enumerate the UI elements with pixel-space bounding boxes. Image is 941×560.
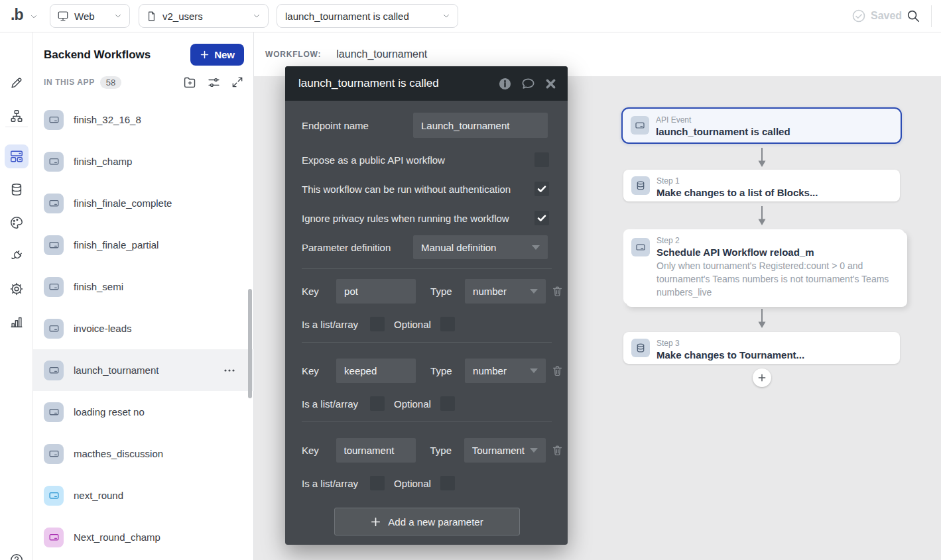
param-key-label: Key [302, 365, 321, 376]
info-icon[interactable] [498, 77, 512, 91]
workflow-list-item[interactable]: finish_32_16_8 [33, 99, 254, 140]
expose-api-checkbox[interactable] [534, 152, 549, 167]
node-kind: API Event [656, 115, 790, 125]
is-list-checkbox[interactable] [370, 396, 385, 411]
save-status: Saved [851, 9, 902, 23]
workflow-name: next_round [74, 490, 123, 501]
workflow-count-badge: 58 [100, 76, 121, 89]
is-list-label: Is a list/array [302, 398, 363, 410]
expand-icon[interactable] [231, 76, 244, 89]
param-type-select[interactable]: number [465, 359, 546, 383]
workflow-list-item[interactable]: Next_round_champ [33, 516, 254, 558]
chevron-down-icon[interactable] [29, 12, 38, 21]
is-list-checkbox[interactable] [370, 317, 385, 331]
api-workflow-icon [44, 319, 64, 339]
param-key-field[interactable] [336, 438, 416, 463]
rail-item-styles palette-icon[interactable] [5, 211, 29, 235]
flow-node-step-3[interactable]: Step 3 Make changes to Tournament... [623, 332, 900, 364]
page-dropdown[interactable]: v2_users [139, 4, 269, 28]
param-type-label: Type [430, 286, 453, 297]
rail-item-logs bar-chart-icon[interactable] [5, 310, 29, 334]
optional-checkbox[interactable] [440, 317, 455, 331]
dropdown-arrow-icon [532, 245, 540, 250]
new-button-label: New [214, 49, 235, 60]
dropdown-arrow-icon [530, 448, 538, 453]
api-workflow-icon [44, 110, 64, 130]
api-workflow-icon [44, 361, 64, 380]
workflow-dropdown[interactable]: launch_tournament is called [277, 4, 458, 28]
monitor-icon [57, 10, 69, 22]
api-workflow-icon [44, 194, 64, 213]
rail-item-data database-icon[interactable] [5, 178, 29, 201]
param-type-select[interactable]: number [465, 279, 546, 304]
api-workflow-icon [44, 277, 64, 297]
delete-parameter-trash-icon[interactable] [551, 364, 564, 377]
node-title: Make changes to Tournament... [657, 349, 804, 361]
workflow-list-item[interactable]: macthes_discussion [33, 433, 254, 475]
plus-icon [370, 516, 381, 528]
param-type-select[interactable]: Tournament [464, 438, 546, 463]
mode-dropdown-value: Web [69, 11, 113, 22]
modal-titlebar[interactable]: launch_tournament is called [285, 66, 568, 101]
add-parameter-button[interactable]: Add a new parameter [334, 508, 520, 535]
flow-node-api-event[interactable]: API Event launch_tournament is called [621, 107, 902, 144]
rail-item-plugins plug-icon[interactable] [5, 244, 29, 268]
help-icon[interactable] [9, 553, 24, 560]
add-folder-icon[interactable] [183, 76, 197, 89]
workflow-list-item[interactable]: finish_finale_complete [33, 182, 254, 224]
workflow-name: launch_tournament [74, 364, 158, 376]
workflow-list-item[interactable]: finish_finale_partial [33, 224, 254, 266]
rail-item-pages sitemap-icon[interactable] [5, 104, 29, 128]
ignore-privacy-checkbox[interactable] [534, 211, 549, 225]
param-key-field[interactable] [336, 359, 416, 383]
delete-parameter-trash-icon[interactable] [551, 285, 564, 298]
workflow-list-item[interactable]: finish_semi [33, 266, 254, 308]
workflow-list-item[interactable]: loading reset no [33, 391, 254, 433]
workflow-properties-modal: launch_tournament is called Endpoint nam… [285, 66, 568, 545]
rail-item-design pencil-icon[interactable] [5, 71, 29, 95]
parameter-definition-select[interactable]: Manual definition [413, 235, 548, 259]
panel-title: Backend Workflows [44, 48, 190, 62]
no-auth-checkbox[interactable] [534, 182, 549, 196]
rail-item-workflows workflow-blocks-icon[interactable] [5, 144, 29, 168]
chevron-down-icon [442, 11, 451, 21]
workflow-list-item[interactable]: next_round [33, 475, 254, 516]
sidebar-scrollbar[interactable] [248, 289, 252, 398]
endpoint-name-field[interactable] [413, 113, 548, 138]
optional-label: Optional [394, 478, 431, 489]
top-bar: .b Web v2_users launch_tournament is cal… [0, 0, 941, 32]
page-icon [146, 11, 157, 22]
parameter-definition-value: Manual definition [421, 242, 527, 253]
flow-node-step-1[interactable]: Step 1 Make changes to a list of Blocks.… [623, 170, 900, 201]
delete-parameter-trash-icon[interactable] [551, 444, 564, 457]
filter-sliders-icon[interactable] [207, 76, 221, 89]
flow-node-step-2[interactable]: Step 2 Schedule API Workflow reload_m On… [623, 229, 905, 304]
api-workflow-icon [44, 402, 64, 422]
search-icon[interactable] [906, 9, 920, 23]
check-circle-icon [851, 9, 866, 23]
new-workflow-button[interactable]: New [190, 44, 244, 66]
workflow-name: finish_finale_partial [74, 239, 158, 251]
database-icon [631, 176, 650, 195]
param-type-label: Type [430, 365, 453, 376]
workflow-list-item[interactable]: finish_champ [33, 140, 254, 182]
optional-label: Optional [394, 319, 431, 330]
is-list-checkbox[interactable] [370, 476, 385, 490]
scope-label: IN THIS APP [44, 78, 95, 87]
more-options-icon[interactable] [223, 368, 235, 372]
bubble-logo[interactable]: .b [11, 6, 23, 24]
close-icon[interactable] [544, 78, 557, 90]
rail-item-settings gear-icon[interactable] [5, 277, 29, 301]
comment-icon[interactable] [521, 76, 536, 91]
optional-checkbox[interactable] [440, 476, 455, 490]
add-step-button plus-icon[interactable] [753, 368, 771, 387]
mode-dropdown[interactable]: Web [50, 4, 130, 28]
param-key-field[interactable] [336, 279, 416, 304]
workflow-list-item-selected[interactable]: launch_tournament [33, 349, 254, 391]
optional-checkbox[interactable] [440, 396, 455, 411]
workflow-list-item[interactable]: invoice-leads [33, 308, 254, 349]
divider [302, 342, 552, 343]
endpoint-name-label: Endpoint name [302, 120, 413, 131]
bubble-editor: .b Web v2_users launch_tournament is cal… [0, 0, 941, 560]
param-key-label: Key [302, 445, 321, 456]
